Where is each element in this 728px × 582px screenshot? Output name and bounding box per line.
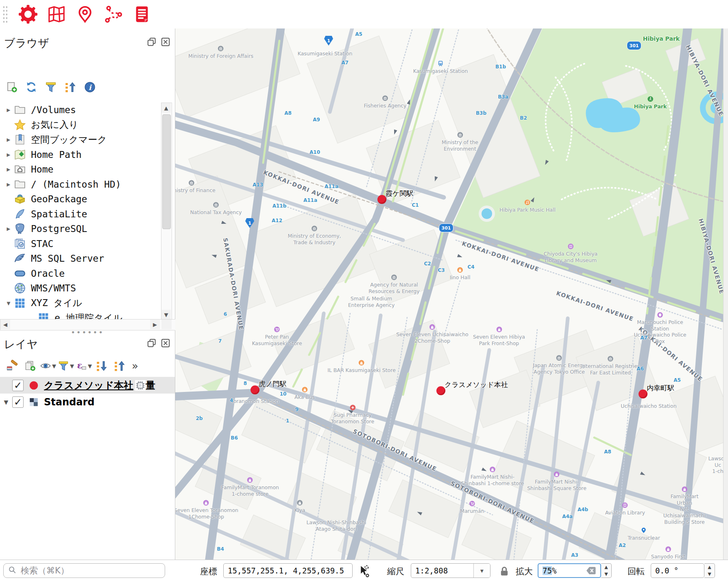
style-manager-button-icon[interactable]	[4, 359, 20, 373]
browser-item--macintosh-hd-[interactable]: ▶/ (Macintosh HD)	[0, 177, 159, 192]
layer-name-clipped: 量	[146, 379, 155, 392]
clear-field-icon[interactable]	[586, 566, 596, 575]
toolbar-drag-handle[interactable]	[2, 5, 8, 23]
browser-item-wms-wmts[interactable]: WMS/WMTS	[0, 281, 159, 296]
collapse-all-button-icon[interactable]	[111, 359, 128, 373]
expand-all-button-icon[interactable]	[94, 359, 110, 373]
rotation-input[interactable]: 0.0 °	[651, 563, 704, 578]
browser-item-home[interactable]: ▶Home	[0, 162, 159, 177]
folder-icon	[14, 178, 26, 190]
rotation-spinner[interactable]: ▲▼	[704, 563, 715, 578]
layer-name: クラスメソッド本社	[44, 379, 133, 392]
browser-item-postgresql[interactable]: ▶PostgreSQL	[0, 221, 159, 236]
browser-item-label: Oracle	[31, 268, 65, 279]
browser-panel-buttons	[146, 37, 171, 47]
browser-item-xyz-[interactable]: ▼XYZ タイル	[0, 296, 159, 311]
chevron-down-icon[interactable]: ▼	[3, 300, 14, 307]
browser-item-stac[interactable]: STAC	[0, 236, 159, 252]
browser-toolbar: i	[5, 81, 102, 94]
browser-item-label: GeoPackage	[31, 194, 87, 204]
settings-gear-button[interactable]	[17, 4, 39, 25]
add-layer-button-icon[interactable]	[5, 81, 19, 94]
magnifier-spinner[interactable]: ▲▼	[601, 563, 612, 578]
browser-item-home-path[interactable]: ▶Home Path	[0, 147, 159, 162]
expression-filter-button-icon[interactable]: ε▼	[76, 359, 92, 373]
browser-vscrollbar[interactable]: ▲ ▼	[161, 103, 172, 320]
extent-mouse-icon[interactable]	[357, 565, 370, 580]
collapse-all-button-icon[interactable]	[63, 81, 77, 94]
chevron-down-icon[interactable]: ▼	[473, 564, 490, 578]
browser-item-oracle[interactable]: Oracle	[0, 266, 159, 281]
map-base-tiles	[175, 28, 723, 560]
manage-visibility-button-icon[interactable]: ▼	[40, 359, 56, 373]
coordinate-input[interactable]: 15,557,255.1, 4,255,639.5	[223, 563, 353, 578]
spin-down-icon[interactable]: ▼	[601, 571, 611, 578]
browser-item-ms-sql-server[interactable]: MS SQL Server	[0, 251, 159, 266]
browser-item-label: PostgreSQL	[31, 223, 87, 234]
coordinate-label: 座標	[200, 560, 217, 582]
close-panel-icon[interactable]	[160, 338, 171, 348]
panel-splitter[interactable]: ••••••	[0, 330, 175, 335]
chevron-right-icon[interactable]: ▶	[3, 166, 14, 173]
filter-legend-button-icon[interactable]: ▼	[58, 359, 74, 373]
magnifier-label: 拡大	[516, 560, 533, 582]
scale-combobox[interactable]: 1:2,808 ▼	[411, 563, 490, 578]
layer-feature-marker[interactable]	[436, 386, 445, 395]
add-group-button-icon[interactable]	[22, 359, 38, 373]
chevron-right-icon[interactable]: ▶	[3, 225, 14, 232]
browser-item--[interactable]: お気に入り	[0, 118, 159, 133]
stac-icon	[14, 238, 26, 250]
chevron-right-icon[interactable]: ▶	[3, 106, 14, 114]
scroll-right-icon[interactable]: ▶	[150, 319, 160, 329]
main-toolbar	[0, 0, 728, 29]
layer-visibility-checkbox[interactable]: ✓	[12, 396, 24, 408]
close-panel-icon[interactable]	[160, 37, 171, 47]
chevron-right-icon[interactable]: ▶	[3, 181, 14, 188]
chevron-right-icon[interactable]: ▶	[3, 136, 14, 143]
scroll-up-icon[interactable]: ▲	[161, 103, 171, 113]
float-panel-icon[interactable]	[146, 338, 157, 348]
spin-up-icon[interactable]: ▲	[704, 564, 715, 571]
location-pin-button[interactable]	[74, 4, 96, 25]
spin-down-icon[interactable]: ▼	[704, 571, 715, 578]
browser-item-label: WMS/WMTS	[31, 283, 76, 293]
browser-item-label: Home	[31, 164, 53, 175]
toolbar-overflow-button[interactable]: »	[132, 360, 138, 372]
oracle-icon	[14, 267, 26, 280]
browser-item-geopackage[interactable]: GeoPackage	[0, 192, 159, 207]
layer-feature-marker[interactable]	[251, 385, 259, 394]
layer-row--[interactable]: ✓クラスメソッド本社量	[0, 377, 175, 394]
chevron-down-icon[interactable]: ▼	[0, 399, 12, 405]
layer-row-standard[interactable]: ▼✓Standard	[0, 394, 175, 410]
bookmark-icon	[14, 133, 26, 146]
right-gutter	[723, 28, 728, 560]
browser-item-label: /Volumes	[31, 105, 76, 115]
search-input[interactable]: 検索（⌘K）	[3, 563, 165, 578]
vscroll-thumb[interactable]	[162, 114, 171, 229]
lock-icon[interactable]	[499, 566, 510, 579]
memory-layer-indicator-icon[interactable]	[135, 380, 146, 391]
new-map-button[interactable]	[46, 4, 67, 25]
browser-item--volumes[interactable]: ▶/Volumes	[0, 103, 159, 118]
layer-name: Standard	[44, 396, 94, 408]
scroll-left-icon[interactable]: ◀	[0, 319, 10, 329]
browser-item-spatialite[interactable]: SpatiaLite	[0, 207, 159, 222]
layer-feature-marker[interactable]	[639, 389, 647, 398]
refresh-button-icon[interactable]	[24, 81, 38, 94]
report-button[interactable]	[131, 4, 153, 25]
xyzgrid-icon	[14, 297, 26, 309]
scroll-down-icon[interactable]: ▼	[161, 310, 171, 319]
float-panel-icon[interactable]	[146, 37, 157, 47]
checker-symbol	[28, 397, 39, 407]
properties-info-button-icon[interactable]: i	[83, 81, 97, 94]
browser-item--[interactable]: ▶空間ブックマーク	[0, 132, 159, 147]
layer-feature-marker[interactable]	[377, 195, 386, 204]
filter-browser-button-icon[interactable]	[44, 81, 58, 94]
spin-up-icon[interactable]: ▲	[601, 564, 611, 571]
layer-visibility-checkbox[interactable]: ✓	[12, 380, 24, 391]
map-canvas[interactable]: KOKKAI-DORI AVENUEKOKKAI-DORI AVENUEKOKK…	[175, 28, 723, 560]
chevron-right-icon[interactable]: ▶	[3, 151, 14, 158]
route-button[interactable]	[103, 4, 124, 25]
browser-item-e-[interactable]: e 地理院タイル	[0, 311, 159, 319]
magnifier-input[interactable]: 75%	[538, 563, 601, 578]
